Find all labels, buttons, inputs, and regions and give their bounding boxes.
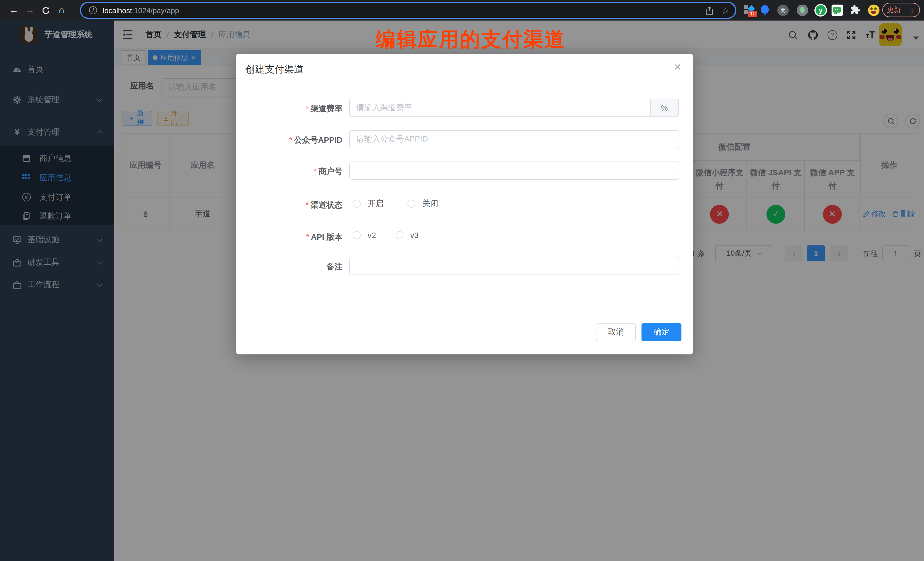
site-info-icon[interactable]: i [89, 6, 97, 14]
dialog-close-icon[interactable]: ✕ [674, 62, 681, 72]
status-label: *渠道状态 [236, 200, 342, 211]
rate-unit: % [650, 99, 679, 117]
create-payment-channel-dialog: 创建支付渠道 ✕ *渠道费率 请输入渠道费率 % *公众号APPID 请输入公众… [236, 54, 693, 354]
remark-label: 备注 [236, 262, 342, 272]
browser-reload-button[interactable] [38, 0, 54, 21]
confirm-button[interactable]: 确定 [642, 323, 681, 341]
browser-menu-icon[interactable]: ⋮ [909, 6, 915, 14]
extension-command-icon[interactable]: ⌘ [777, 4, 789, 16]
browser-home-button[interactable]: ⌂ [54, 0, 70, 21]
profile-avatar-icon[interactable] [868, 4, 879, 16]
radio-status-off[interactable] [408, 200, 416, 208]
rate-input[interactable]: 请输入渠道费率 % [349, 99, 679, 117]
browser-back-button[interactable]: ← [6, 0, 22, 21]
browser-update-button[interactable]: 更新 ⋮ [882, 3, 920, 17]
browser-forward-button[interactable]: → [22, 0, 38, 21]
appid-label: *公众号APPID [236, 135, 342, 146]
radio-status-on[interactable] [353, 200, 361, 208]
extensions-puzzle-icon[interactable] [850, 4, 862, 16]
share-icon[interactable] [705, 6, 713, 15]
bookmark-star-icon[interactable]: ☆ [721, 5, 729, 16]
appid-input[interactable]: 请输入公众号APPID [349, 130, 679, 148]
url-bar[interactable]: i localhost:1024/pay/app ☆ [80, 2, 736, 19]
dialog-title: 创建支付渠道 [245, 63, 304, 76]
status-radio-group: 开启 关闭 [353, 199, 438, 209]
merchant-label: *商户号 [236, 166, 342, 177]
annotation-text: 编辑应用的支付渠道 [375, 26, 566, 53]
rate-label: *渠道费率 [236, 104, 342, 114]
extension-shortcuts-icon[interactable]: 10 [744, 4, 756, 16]
browser-chrome: ← → ⌂ i localhost:1024/pay/app ☆ 10 ⌘ [0, 0, 924, 21]
remark-input[interactable] [349, 257, 679, 275]
url-text: localhost:1024/pay/app [103, 6, 697, 15]
merchant-input[interactable] [349, 162, 679, 180]
extension-badge: 10 [748, 11, 758, 17]
extension-record-icon[interactable] [797, 4, 808, 16]
extension-chat-icon[interactable] [831, 4, 843, 16]
extension-y-icon[interactable]: y [815, 4, 826, 16]
radio-api-v2[interactable] [353, 231, 361, 239]
api-version-label: *API 版本 [236, 232, 342, 243]
extension-balloon-icon[interactable] [760, 4, 771, 16]
cancel-button[interactable]: 取消 [596, 323, 636, 341]
radio-api-v3[interactable] [396, 231, 404, 239]
api-radio-group: v2 v3 [353, 231, 418, 240]
